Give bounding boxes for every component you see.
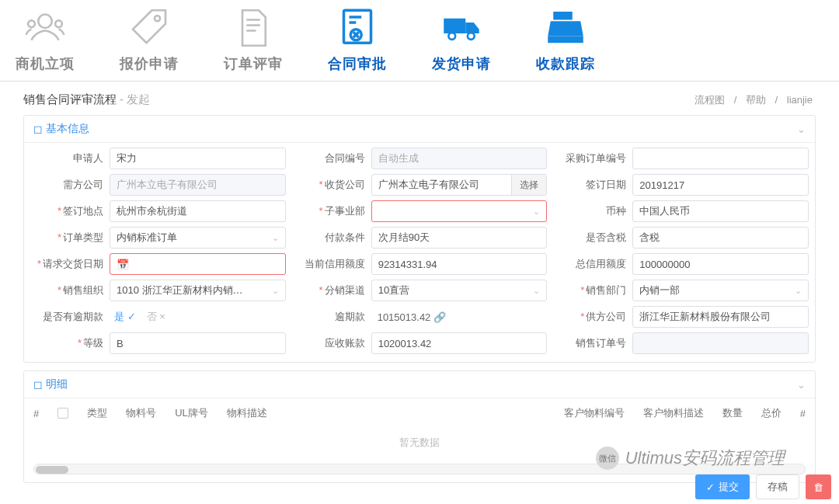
grade-input[interactable] [110,332,286,354]
crumb-lianjie[interactable]: lianjie [787,94,813,106]
order-type-select[interactable]: 内销标准订单⌄ [110,227,286,249]
step-opportunity[interactable]: 商机立项 [16,6,75,73]
pay-terms-input[interactable] [371,227,548,249]
label-sign-date: 签订日期 [547,178,632,192]
label-cur-credit: 当前信用额度 [286,257,371,271]
detail-header[interactable]: ◻ 明细 ⌄ [24,371,815,398]
label-currency: 币种 [547,204,632,218]
truck-icon [440,6,483,50]
currency-input[interactable] [632,200,809,222]
svg-point-2 [55,20,62,27]
link-icon: 🔗 [433,311,446,323]
chevron-down-icon: ⌄ [797,379,806,391]
svg-point-7 [448,33,455,40]
buyer-input: 广州本立电子有限公司 [110,174,286,196]
basic-info-panel: ◻ 基本信息 ⌄ 申请人 合同编号自动生成 采购订单编号 需方公司广州本立电子有… [23,115,816,363]
label-total-credit: 总信用额度 [547,257,632,271]
overdue-link[interactable]: 1015013.42🔗 [371,306,548,328]
tag-icon [127,6,171,50]
receiver-input[interactable]: 广州本立电子有限公司选择 [371,174,548,196]
contract-no-input: 自动生成 [371,148,548,169]
scrollbar-thumb[interactable] [36,466,68,474]
label-sub-bu: *子事业部 [286,204,371,218]
page-title: 销售合同评审流程 [23,92,117,107]
delivery-date-input[interactable]: 📅 [110,253,286,275]
label-channel: *分销渠道 [286,283,371,297]
label-buyer: 需方公司 [24,178,110,192]
page-subtitle: - 发起 [120,92,150,107]
select-all-checkbox[interactable] [57,408,68,419]
svg-point-3 [155,16,160,21]
label-delivery-date: *请求交货日期 [24,257,110,271]
page-title-bar: 销售合同评审流程 - 发起 流程图 / 帮助 / lianjie [23,88,816,115]
svg-rect-6 [444,19,465,33]
step-quote[interactable]: 报价申请 [120,6,179,73]
cash-register-icon [544,6,587,50]
chevron-down-icon: ⌄ [533,207,540,217]
breadcrumb: 流程图 / 帮助 / lianjie [691,93,816,107]
step-shipping[interactable]: 发货申请 [432,6,491,73]
channel-select[interactable]: 10直营⌄ [371,280,548,301]
svg-point-1 [28,20,35,27]
draft-button[interactable]: 存稿 [756,474,799,499]
sign-date-input[interactable] [632,174,809,196]
contract-icon [336,6,379,50]
basic-info-header[interactable]: ◻ 基本信息 ⌄ [24,116,815,143]
label-supplier: *供方公司 [547,310,632,324]
label-order-type: *订单类型 [24,231,110,245]
sales-org-select[interactable]: 1010 浙江华正新材料内销销售组织⌄ [110,280,286,301]
label-applicant: 申请人 [24,151,110,165]
receiver-select-button[interactable]: 选择 [511,175,546,195]
label-tax: 是否含税 [547,231,632,245]
label-sign-place: *签订地点 [24,204,110,218]
sales-order-input [632,332,809,354]
applicant-input[interactable] [110,148,286,169]
crumb-help[interactable]: 帮助 [746,94,766,106]
chevron-down-icon: ⌄ [272,233,279,243]
calendar-icon: 📅 [117,259,129,270]
svg-rect-10 [548,36,583,43]
horizontal-scrollbar[interactable] [33,464,806,474]
opportunity-icon [23,6,67,50]
label-contract-no: 合同编号 [286,151,371,165]
purchase-no-input[interactable] [632,148,809,169]
supplier-input[interactable] [632,306,809,328]
chevron-down-icon: ⌄ [797,123,806,135]
svg-point-8 [468,33,475,40]
detail-table-header: # 类型 物料号 UL牌号 物料描述 客户物料编号 客户物料描述 数量 总价 # [33,398,806,425]
delete-button[interactable]: 🗑 [806,474,831,499]
svg-point-0 [38,15,52,29]
label-purchase-no: 采购订单编号 [547,151,632,165]
label-sales-org: *销售组织 [24,283,110,297]
crumb-flowchart[interactable]: 流程图 [695,94,725,106]
svg-rect-9 [553,12,573,20]
chevron-down-icon: ⌄ [795,286,802,296]
workflow-steps-bar: 商机立项 报价申请 订单评审 合同审批 发货申请 收款跟踪 [0,0,839,82]
label-pay-terms: 付款条件 [286,231,371,245]
detail-panel: ◻ 明细 ⌄ # 类型 物料号 UL牌号 物料描述 客户物料编号 客户物料描述 … [23,370,816,483]
label-overdue-flag: 是否有逾期款 [24,310,110,324]
step-payment[interactable]: 收款跟踪 [536,6,595,73]
label-receivable: 应收账款 [286,336,371,350]
receivable-input[interactable] [371,332,548,354]
sign-place-input[interactable] [110,200,286,222]
label-overdue: 逾期款 [286,310,371,324]
step-contract-approval[interactable]: 合同审批 [328,6,387,73]
overdue-flag-radio[interactable]: 是 ✓否 × [110,306,286,328]
panel-icon: ◻ [33,378,43,391]
label-receiver: *收货公司 [286,178,371,192]
total-credit-input[interactable] [632,253,809,275]
label-sales-order: 销售订单号 [547,336,632,350]
submit-button[interactable]: ✓提交 [695,474,750,499]
document-icon [232,6,275,50]
chevron-down-icon: ⌄ [533,286,540,296]
step-order-review[interactable]: 订单评审 [224,6,283,73]
cur-credit-input[interactable] [371,253,548,275]
tax-input[interactable] [632,227,809,249]
trash-icon: 🗑 [813,481,823,493]
panel-icon: ◻ [33,123,43,135]
sub-bu-select[interactable]: ⌄ [371,200,548,222]
chevron-down-icon: ⌄ [272,286,279,296]
label-grade: *等级 [24,336,110,350]
sales-dept-select[interactable]: 内销一部⌄ [632,280,809,301]
